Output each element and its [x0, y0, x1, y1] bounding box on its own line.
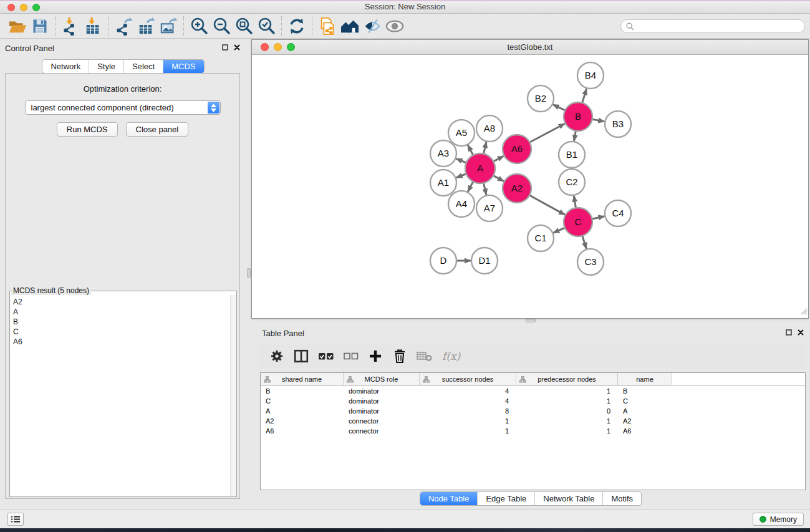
- node-A3[interactable]: A3: [430, 140, 456, 167]
- cell-shared-name[interactable]: A6: [261, 426, 344, 436]
- node-A7[interactable]: A7: [476, 195, 503, 221]
- close-panel-button[interactable]: Close panel: [126, 122, 189, 137]
- delete-row-icon[interactable]: [392, 348, 407, 364]
- refresh-icon[interactable]: [286, 16, 308, 36]
- float-table-panel-icon[interactable]: [786, 329, 792, 336]
- cell-predecessor-nodes[interactable]: 1: [516, 386, 618, 396]
- network-minimize-button[interactable]: [274, 43, 282, 51]
- node-A5[interactable]: A5: [448, 120, 475, 146]
- mcds-result-item[interactable]: A: [13, 307, 229, 317]
- node-A2[interactable]: A2: [503, 174, 531, 203]
- zoom-window-button[interactable]: [32, 4, 40, 11]
- cell-shared-name[interactable]: B: [261, 386, 344, 396]
- show-details-icon[interactable]: [383, 16, 406, 36]
- search-field[interactable]: [620, 19, 805, 33]
- node-C1[interactable]: C1: [528, 225, 554, 251]
- delete-table-icon[interactable]: [417, 348, 433, 364]
- node-A4[interactable]: A4: [448, 191, 475, 217]
- minimize-window-button[interactable]: [20, 4, 27, 11]
- node-C[interactable]: C: [564, 208, 592, 236]
- tab-node-table[interactable]: Node Table: [420, 492, 478, 505]
- export-table-icon[interactable]: [135, 16, 157, 36]
- cell-successor-nodes[interactable]: 4: [420, 386, 516, 396]
- cell-MCDS-role[interactable]: dominator: [344, 386, 420, 396]
- column-header-MCDS-role[interactable]: MCDS role: [344, 373, 420, 385]
- column-header-name[interactable]: name: [618, 373, 672, 385]
- node-C2[interactable]: C2: [559, 169, 585, 195]
- node-A1[interactable]: A1: [430, 170, 456, 196]
- node-D1[interactable]: D1: [471, 248, 498, 274]
- node-C3[interactable]: C3: [577, 249, 604, 275]
- horizontal-split-handle[interactable]: [526, 319, 536, 322]
- network-zoom-button[interactable]: [287, 43, 295, 51]
- network-graph[interactable]: B4B2BB3A8A5A6A3B1AC2A1A2A4A7C4CC1DD1C3: [252, 56, 808, 319]
- settings-icon[interactable]: [269, 348, 284, 364]
- tab-motifs[interactable]: Motifs: [602, 492, 641, 505]
- clone-network-icon[interactable]: [316, 16, 339, 36]
- close-window-button[interactable]: [7, 4, 15, 11]
- float-panel-icon[interactable]: [222, 44, 228, 51]
- node-B1[interactable]: B1: [559, 142, 585, 168]
- cell-successor-nodes[interactable]: 4: [420, 396, 516, 406]
- cell-successor-nodes[interactable]: 1: [420, 416, 516, 426]
- table-row[interactable]: Bdominator41B: [261, 386, 805, 396]
- zoom-in-icon[interactable]: [188, 16, 210, 36]
- tab-select[interactable]: Select: [123, 60, 163, 73]
- select-all-icon[interactable]: [318, 348, 334, 364]
- zoom-out-icon[interactable]: [210, 16, 233, 36]
- split-view-icon[interactable]: [294, 348, 309, 364]
- home-icon[interactable]: [339, 16, 361, 36]
- deselect-all-icon[interactable]: [344, 348, 359, 364]
- zoom-fit-icon[interactable]: [233, 16, 255, 36]
- result-scrollbar[interactable]: [230, 295, 236, 496]
- memory-button[interactable]: Memory: [753, 513, 804, 526]
- tab-mcds[interactable]: MCDS: [163, 60, 203, 73]
- cell-predecessor-nodes[interactable]: 0: [516, 406, 618, 416]
- node-B[interactable]: B: [564, 102, 592, 131]
- cell-successor-nodes[interactable]: 1: [420, 426, 516, 436]
- table-row[interactable]: A2connector11A2: [261, 416, 805, 426]
- import-network-icon[interactable]: [59, 16, 82, 36]
- tab-network[interactable]: Network: [42, 60, 89, 73]
- mcds-result-item[interactable]: A6: [13, 337, 229, 347]
- cell-successor-nodes[interactable]: 8: [420, 406, 516, 416]
- node-A[interactable]: A: [465, 153, 495, 183]
- export-image-icon[interactable]: [157, 16, 180, 36]
- mcds-result-item[interactable]: A2: [13, 297, 229, 307]
- column-header-shared-name[interactable]: shared name: [261, 373, 344, 385]
- column-header-successor-nodes[interactable]: successor nodes: [420, 373, 516, 385]
- tab-network-table[interactable]: Network Table: [534, 492, 602, 505]
- close-panel-icon[interactable]: [234, 44, 240, 51]
- cell-shared-name[interactable]: C: [261, 396, 344, 406]
- close-table-panel-icon[interactable]: [798, 329, 804, 336]
- mcds-result-item[interactable]: C: [13, 327, 229, 337]
- cell-MCDS-role[interactable]: dominator: [344, 396, 420, 406]
- cell-name[interactable]: C: [618, 396, 672, 406]
- tab-style[interactable]: Style: [89, 60, 123, 73]
- cell-MCDS-role[interactable]: connector: [344, 426, 420, 436]
- node-A8[interactable]: A8: [476, 115, 503, 142]
- cell-predecessor-nodes[interactable]: 1: [516, 396, 618, 406]
- table-row[interactable]: Cdominator41C: [261, 396, 805, 406]
- save-session-icon[interactable]: [29, 16, 51, 36]
- cell-name[interactable]: A: [618, 406, 672, 416]
- zoom-selected-icon[interactable]: [255, 16, 277, 36]
- vertical-split-handle[interactable]: [247, 268, 251, 278]
- node-C4[interactable]: C4: [605, 200, 631, 226]
- hide-panel-icon[interactable]: [361, 16, 383, 36]
- network-window-titlebar[interactable]: testGlobe.txt: [252, 40, 808, 55]
- node-D[interactable]: D: [430, 248, 456, 274]
- search-input[interactable]: [637, 21, 799, 32]
- cell-predecessor-nodes[interactable]: 1: [516, 416, 618, 426]
- open-file-icon[interactable]: [6, 16, 29, 36]
- cell-MCDS-role[interactable]: connector: [344, 416, 420, 426]
- add-row-icon[interactable]: [368, 348, 383, 364]
- node-A6[interactable]: A6: [503, 135, 531, 163]
- table-row[interactable]: Adominator80A: [261, 406, 805, 416]
- import-table-icon[interactable]: [82, 16, 104, 36]
- cell-name[interactable]: B: [618, 386, 672, 396]
- cell-name[interactable]: A6: [618, 426, 672, 436]
- cell-name[interactable]: A2: [618, 416, 672, 426]
- cell-MCDS-role[interactable]: dominator: [344, 406, 420, 416]
- node-B3[interactable]: B3: [605, 111, 631, 137]
